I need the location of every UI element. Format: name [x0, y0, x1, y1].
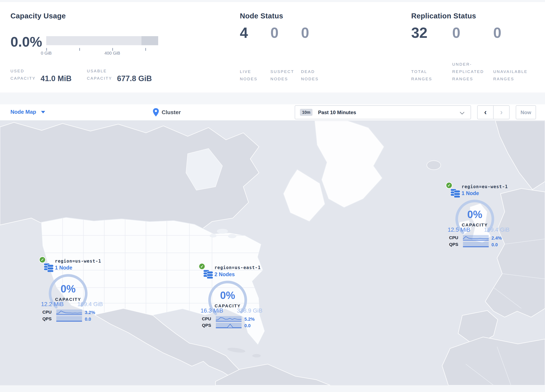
tick-mark	[79, 48, 80, 51]
qps-sparkline	[216, 323, 242, 329]
time-range-badge: 10m	[300, 109, 312, 116]
region-name[interactable]: region=eu-west-1	[462, 184, 508, 189]
region-node-count[interactable]: 1 Node	[55, 265, 72, 271]
qps-label: QPS	[202, 323, 214, 328]
qps-sparkline	[56, 316, 82, 322]
total-ranges-stat: 32 TOTAL RANGES	[411, 25, 452, 83]
tick-mark	[145, 48, 146, 51]
region-total-capacity: 338.9 GiB	[237, 307, 262, 314]
qps-value: 0.0	[491, 242, 498, 247]
capacity-gauge: 0% CAPACITY	[47, 273, 89, 314]
tick-label-0gib: 0 GiB	[41, 51, 52, 56]
caret-down-icon	[41, 111, 45, 113]
tick-mark	[46, 48, 47, 51]
region-total-capacity: 169.4 GiB	[77, 301, 103, 308]
region-marker-eu-west-1[interactable]: ✓ region=eu-west-1 1 Node 0% CAPACITY 12…	[446, 182, 515, 250]
breadcrumb-label: Cluster	[161, 109, 181, 115]
capacity-percent-value: 0.0%	[10, 34, 42, 50]
cpu-value: 5.2%	[244, 317, 254, 322]
live-nodes-stat: 4 LIVE NODES	[240, 25, 270, 83]
qps-value: 0.0	[85, 317, 91, 322]
capacity-usage-title: Capacity Usage	[10, 12, 66, 20]
region-node-count[interactable]: 1 Node	[462, 190, 479, 196]
qps-label: QPS	[43, 317, 55, 321]
database-nodes-icon	[43, 261, 54, 272]
region-marker-us-west-1[interactable]: ✓ region=us-west-1 1 Node 0% CAPACITY 12…	[39, 256, 108, 324]
view-selector-dropdown[interactable]: Node Map	[10, 109, 45, 115]
replication-status-title: Replication Status	[411, 12, 476, 20]
cpu-sparkline	[56, 309, 82, 315]
qps-label: QPS	[449, 242, 462, 247]
cpu-sparkline	[463, 235, 489, 241]
dead-nodes-stat: 0 DEAD NODES	[301, 25, 331, 83]
capacity-bar-nonusable-segment	[142, 36, 158, 45]
capacity-values: 12.5 MiB 169.4 GiB	[448, 226, 509, 233]
capacity-gauge: 0% CAPACITY	[454, 198, 496, 240]
region-name[interactable]: region=us-west-1	[55, 258, 101, 264]
region-total-capacity: 169.4 GiB	[484, 226, 509, 233]
qps-metric-row: QPS 0.0	[202, 323, 268, 329]
time-range-label: Past 10 Minutes	[318, 110, 356, 115]
region-node-count[interactable]: 2 Nodes	[214, 271, 235, 277]
usable-capacity-label: USABLE CAPACITY	[87, 68, 112, 82]
cpu-label: CPU	[202, 317, 214, 321]
tick-mark	[112, 48, 113, 51]
region-used-capacity: 12.2 MiB	[41, 301, 63, 308]
database-nodes-icon	[450, 187, 461, 198]
node-map: ✓ region=us-west-1 1 Node 0% CAPACITY 12…	[0, 121, 545, 385]
now-button[interactable]: Now	[516, 105, 536, 119]
qps-sparkline	[463, 242, 489, 247]
node-status-title: Node Status	[240, 12, 283, 20]
region-name[interactable]: region=us-east-1	[214, 265, 261, 270]
cpu-metric-row: CPU 2.4%	[449, 235, 515, 241]
node-status-panel: Node Status 4 LIVE NODES 0 SUSPECT NODES	[240, 2, 393, 92]
cluster-summary-bar: Capacity Usage 0.0% 0 GiB 400 GiB USED C…	[0, 2, 545, 92]
region-used-capacity: 16.3 MiB	[201, 307, 223, 314]
gauge-percent: 0%	[47, 283, 89, 295]
view-selector-label: Node Map	[10, 109, 36, 115]
capacity-values: 16.3 MiB 338.9 GiB	[201, 307, 262, 314]
cpu-metric-row: CPU 5.2%	[202, 316, 268, 322]
time-pager: ‹ ›	[477, 105, 510, 119]
cpu-value: 2.4%	[491, 235, 502, 241]
cpu-label: CPU	[43, 310, 55, 315]
capacity-values: 12.2 MiB 169.4 GiB	[41, 301, 103, 308]
location-pin-icon	[153, 108, 159, 117]
capacity-usage-panel: Capacity Usage 0.0% 0 GiB 400 GiB USED C…	[10, 2, 226, 92]
unavailable-ranges-stat: 0 UNAVAILABLE RANGES	[493, 25, 534, 83]
qps-metric-row: QPS 0.0	[449, 242, 515, 248]
capacity-bar	[46, 36, 158, 45]
breadcrumb[interactable]: Cluster	[153, 108, 181, 117]
cluster-overview-page: Capacity Usage 0.0% 0 GiB 400 GiB USED C…	[0, 0, 545, 392]
cpu-value: 3.2%	[85, 310, 95, 315]
cpu-label: CPU	[449, 235, 462, 240]
gauge-percent: 0%	[454, 209, 496, 221]
capacity-bar-ticks	[46, 47, 158, 51]
world-map-graphic	[0, 121, 545, 385]
usable-capacity-value: 677.8 GiB	[117, 74, 152, 83]
capacity-gauge: 0% CAPACITY	[207, 279, 249, 321]
used-capacity-value: 41.0 MiB	[41, 74, 71, 83]
region-marker-us-east-1[interactable]: ✓ region=us-east-1 2 Nodes 0% CAPACITY 1…	[198, 263, 268, 330]
region-used-capacity: 12.5 MiB	[448, 226, 470, 233]
gauge-percent: 0%	[207, 290, 249, 302]
suspect-nodes-stat: 0 SUSPECT NODES	[270, 25, 301, 83]
time-prev-button[interactable]: ‹	[477, 106, 494, 119]
used-capacity: USED CAPACITY 41.0 MiB	[10, 68, 72, 82]
usable-capacity: USABLE CAPACITY 677.8 GiB	[87, 68, 152, 82]
chevron-down-icon	[460, 110, 464, 114]
map-toolbar: Node Map Cluster 10m Past 10 Minutes ‹ ›…	[0, 104, 545, 121]
cpu-metric-row: CPU 3.2%	[43, 309, 108, 315]
qps-metric-row: QPS 0.0	[43, 316, 108, 322]
used-capacity-label: USED CAPACITY	[10, 68, 36, 82]
replication-status-panel: Replication Status 32 TOTAL RANGES 0 UND…	[411, 2, 543, 92]
page-footer-strip	[0, 385, 545, 392]
tick-label-400gib: 400 GiB	[105, 51, 120, 56]
under-replicated-ranges-stat: 0 UNDER- REPLICATED RANGES	[452, 25, 493, 83]
time-next-button[interactable]: ›	[494, 106, 509, 119]
qps-value: 0.0	[244, 323, 251, 328]
time-range-selector[interactable]: 10m Past 10 Minutes	[295, 105, 471, 119]
cpu-sparkline	[216, 316, 242, 322]
database-nodes-icon	[203, 268, 213, 279]
